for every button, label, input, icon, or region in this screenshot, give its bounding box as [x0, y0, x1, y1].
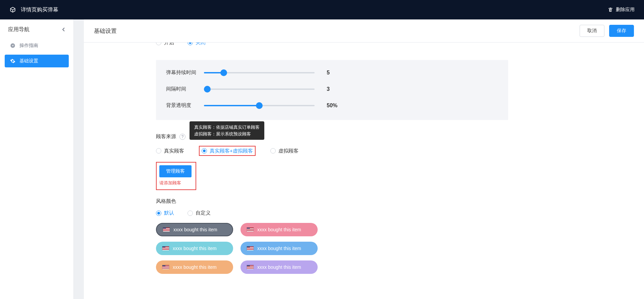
layout: 应用导航 操作指南 基础设置 基础设置: [0, 19, 644, 299]
style-color-section: 风格颜色 默认 自定义 xxxx bought this itemxxxx bo…: [156, 198, 634, 274]
delete-app-label: 删除应用: [616, 7, 635, 13]
radio-source-real[interactable]: 真实顾客: [156, 148, 184, 154]
flag-us-icon: [162, 265, 169, 270]
customer-source-options: 真实顾客 真实顾客+虚拟顾客 虚拟顾客: [156, 146, 634, 156]
style-color-label: 风格颜色: [156, 198, 176, 204]
tooltip-line1: 真实顾客：依据店铺真实订单顾客: [194, 124, 260, 131]
style-chip-text: xxxx bought this item: [257, 264, 301, 270]
slider-duration[interactable]: [204, 70, 315, 76]
customer-source-label: 顾客来源: [156, 133, 176, 140]
slider-interval[interactable]: [204, 86, 315, 92]
radio-source-virtual-label: 虚拟顾客: [278, 148, 299, 154]
slider-panel: 弹幕持续时间 5 间隔时间: [156, 60, 508, 120]
sidebar-nav: 操作指南 基础设置: [0, 39, 73, 67]
radio-icon: [187, 211, 193, 216]
slider-duration-value: 5: [327, 70, 330, 76]
radio-icon: [156, 211, 161, 216]
cancel-button[interactable]: 取消: [580, 25, 604, 37]
flag-us-icon: [247, 227, 254, 232]
sidebar-item-guide[interactable]: 操作指南: [5, 39, 69, 52]
radio-source-mixed-label: 真实顾客+虚拟顾客: [210, 148, 253, 154]
style-chip[interactable]: xxxx bought this item: [156, 242, 233, 255]
style-chip-text: xxxx bought this item: [173, 264, 217, 270]
radio-source-mixed[interactable]: 真实顾客+虚拟顾客: [199, 146, 256, 156]
radio-style-custom-label: 自定义: [196, 210, 211, 216]
slider-interval-value: 3: [327, 86, 330, 92]
customer-source-section: 顾客来源 ? 真实顾客：依据店铺真实订单顾客 虚拟顾客：展示系统预设顾客 真实顾…: [156, 133, 634, 190]
radio-icon: [270, 148, 276, 154]
form-body: 开启 关闭 弹幕持续时间: [94, 43, 634, 274]
main: 基础设置 取消 保存 开启 关闭: [84, 19, 644, 299]
radio-icon: [156, 43, 161, 45]
flag-us-icon: [247, 246, 254, 251]
flag-us-icon: [163, 227, 170, 232]
app-title: 详情页购买弹幕: [21, 6, 58, 13]
customer-source-tooltip: 真实顾客：依据店铺真实订单顾客 虚拟顾客：展示系统预设顾客: [190, 121, 264, 140]
slider-interval-row: 间隔时间 3: [166, 86, 498, 92]
style-chip[interactable]: xxxx bought this item: [240, 242, 318, 255]
style-chip[interactable]: xxxx bought this item: [240, 223, 318, 236]
sidebar-item-basic-settings[interactable]: 基础设置: [5, 55, 69, 67]
radio-source-real-label: 真实顾客: [164, 148, 184, 154]
page-actions: 取消 保存: [580, 25, 634, 37]
radio-source-virtual[interactable]: 虚拟顾客: [270, 148, 299, 154]
style-color-title-row: 风格颜色: [156, 198, 634, 204]
save-button[interactable]: 保存: [609, 25, 634, 37]
radio-style-default[interactable]: 默认: [156, 210, 174, 216]
manage-customer-error: 请添加顾客: [159, 180, 181, 186]
slider-opacity-value: 50%: [327, 103, 337, 109]
manage-customer-block: 管理顾客 请添加顾客: [156, 162, 196, 190]
sidebar: 应用导航 操作指南 基础设置: [0, 19, 74, 299]
gear-icon: [10, 58, 15, 64]
style-chip-text: xxxx bought this item: [173, 246, 217, 251]
customer-source-title-row: 顾客来源 ? 真实顾客：依据店铺真实订单顾客 虚拟顾客：展示系统预设顾客: [156, 133, 634, 140]
style-color-options: 默认 自定义: [156, 210, 634, 216]
slider-opacity[interactable]: [204, 103, 315, 109]
sidebar-item-label: 操作指南: [19, 43, 38, 49]
send-icon: [10, 43, 15, 48]
page-title: 基础设置: [94, 27, 117, 35]
radio-icon: [202, 148, 207, 154]
flag-us-icon: [162, 246, 169, 251]
radio-close[interactable]: 关闭: [187, 43, 206, 46]
flag-us-icon: [247, 265, 254, 270]
delete-app-button[interactable]: 删除应用: [608, 7, 635, 13]
style-chip-text: xxxx bought this item: [257, 246, 301, 251]
radio-open[interactable]: 开启: [156, 43, 174, 46]
sidebar-header: 应用导航: [0, 19, 73, 39]
slider-opacity-row: 背景透明度 50%: [166, 102, 498, 109]
style-chip[interactable]: xxxx bought this item: [156, 260, 233, 274]
slider-interval-label: 间隔时间: [166, 86, 198, 92]
slider-opacity-label: 背景透明度: [166, 102, 198, 109]
top-bar-left: 详情页购买弹幕: [9, 6, 58, 13]
radio-close-label: 关闭: [196, 43, 206, 46]
trash-icon: [608, 7, 613, 12]
sidebar-title: 应用导航: [8, 26, 30, 33]
slider-duration-label: 弹幕持续时间: [166, 69, 198, 76]
sidebar-item-label: 基础设置: [19, 58, 38, 64]
top-bar: 详情页购买弹幕 删除应用: [0, 0, 644, 19]
style-chips: xxxx bought this itemxxxx bought this it…: [156, 223, 634, 274]
radio-style-default-label: 默认: [164, 210, 174, 216]
slider-duration-row: 弹幕持续时间 5: [166, 69, 498, 76]
style-chip-text: xxxx bought this item: [173, 227, 217, 232]
radio-style-custom[interactable]: 自定义: [187, 210, 211, 216]
style-chip[interactable]: xxxx bought this item: [240, 260, 318, 274]
layout-gap: [74, 19, 84, 299]
radio-icon: [156, 148, 161, 154]
style-chip[interactable]: xxxx bought this item: [156, 223, 233, 236]
radio-icon: [187, 43, 193, 45]
radio-open-label: 开启: [164, 43, 174, 46]
content: 开启 关闭 弹幕持续时间: [84, 43, 644, 299]
cube-icon: [9, 6, 16, 13]
tooltip-line2: 虚拟顾客：展示系统预设顾客: [194, 131, 260, 137]
help-icon[interactable]: ?: [179, 134, 185, 140]
style-chip-text: xxxx bought this item: [257, 227, 301, 232]
collapse-sidebar-icon[interactable]: [62, 27, 65, 33]
manage-customer-button[interactable]: 管理顾客: [159, 165, 192, 177]
page-header: 基础设置 取消 保存: [84, 19, 644, 43]
open-close-radio-row: 开启 关闭: [156, 43, 634, 50]
